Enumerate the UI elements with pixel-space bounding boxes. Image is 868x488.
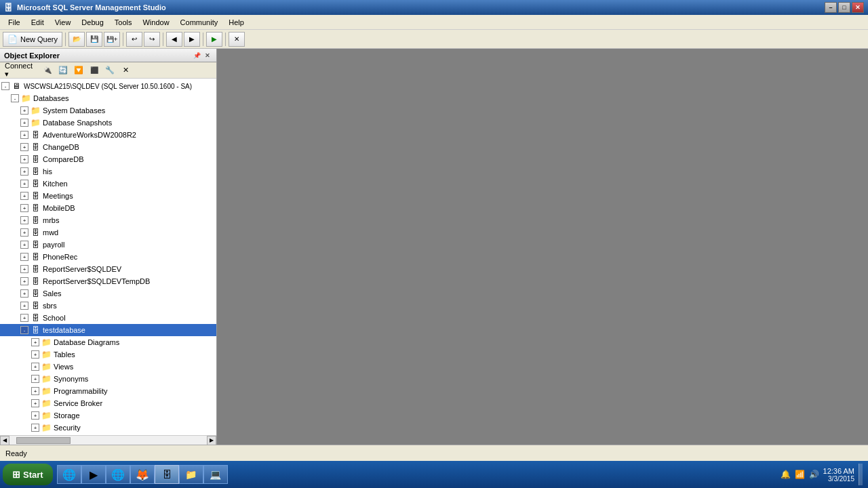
db-diagrams-node[interactable]: + 📁 Database Diagrams xyxy=(0,336,216,348)
oe-close-button[interactable]: ✕ xyxy=(203,51,212,60)
mwd-node[interactable]: + 🗄 mwd xyxy=(0,226,216,239)
menu-tools[interactable]: Tools xyxy=(109,17,138,28)
reportserver-tempdb-expand[interactable]: + xyxy=(20,277,28,285)
mobiledb-expand[interactable]: + xyxy=(20,204,28,212)
toolbar-save-btn[interactable]: 💾 xyxy=(86,32,102,47)
menu-community[interactable]: Community xyxy=(175,17,224,28)
taskbar-misc-btn[interactable]: 💻 xyxy=(203,465,228,484)
menu-file[interactable]: File xyxy=(3,17,26,28)
payroll-node[interactable]: + 🗄 payroll xyxy=(0,239,216,251)
toolbar-save-all-btn[interactable]: 💾+ xyxy=(104,32,120,47)
mrbs-node[interactable]: + 🗄 mrbs xyxy=(0,214,216,226)
programmability-node[interactable]: + 📁 Programmability xyxy=(0,385,216,397)
oe-refresh-button[interactable]: 🔄 xyxy=(56,64,71,77)
hscroll-thumb[interactable] xyxy=(16,437,71,444)
storage-expand[interactable]: + xyxy=(31,411,39,420)
close-button[interactable]: ✕ xyxy=(852,2,864,13)
testdatabase-node[interactable]: - 🗄 testdatabase xyxy=(0,324,216,336)
db-diagrams-expand[interactable]: + xyxy=(31,338,39,346)
db-security-node[interactable]: + 📁 Security xyxy=(0,422,216,434)
sbrs-expand[interactable]: + xyxy=(20,302,28,310)
hscroll-left[interactable]: ◀ xyxy=(0,436,9,445)
testdatabase-expand[interactable]: - xyxy=(20,326,28,334)
oe-pin-button[interactable]: 📌 xyxy=(192,51,201,60)
his-node[interactable]: + 🗄 his xyxy=(0,165,216,178)
toolbar-redo-btn[interactable]: ↪ xyxy=(144,32,160,47)
tables-expand[interactable]: + xyxy=(31,350,39,359)
synonyms-node[interactable]: + 📁 Synonyms xyxy=(0,373,216,385)
hscroll-right[interactable]: ▶ xyxy=(207,436,216,445)
db-security-expand[interactable]: + xyxy=(31,424,39,432)
oe-delete-button[interactable]: ✕ xyxy=(118,64,133,77)
meetings-expand[interactable]: + xyxy=(20,192,28,200)
start-button[interactable]: ⊞ Start xyxy=(3,464,53,485)
taskbar-ssms-btn[interactable]: 🗄 xyxy=(155,465,179,484)
toolbar-open-btn[interactable]: 📂 xyxy=(68,32,85,47)
changedb-node[interactable]: + 🗄 ChangeDB xyxy=(0,141,216,153)
db-snapshots-node[interactable]: + 📁 Database Snapshots xyxy=(0,117,216,129)
maximize-button[interactable]: □ xyxy=(838,2,850,13)
storage-node[interactable]: + 📁 Storage xyxy=(0,409,216,422)
oe-properties-button[interactable]: 🔧 xyxy=(102,64,117,77)
kitchen-node[interactable]: + 🗄 Kitchen xyxy=(0,178,216,190)
sales-node[interactable]: + 🗄 Sales xyxy=(0,287,216,300)
adventureworks-node[interactable]: + 🗄 AdventureWorksDW2008R2 xyxy=(0,129,216,141)
views-node[interactable]: + 📁 Views xyxy=(0,361,216,373)
mwd-expand[interactable]: + xyxy=(20,228,28,237)
menu-debug[interactable]: Debug xyxy=(76,17,108,28)
taskbar-ie2-btn[interactable]: 🌐 xyxy=(106,465,130,484)
menu-help[interactable]: Help xyxy=(223,17,250,28)
changedb-expand[interactable]: + xyxy=(20,143,28,151)
taskbar-firefox-btn[interactable]: 🦊 xyxy=(130,465,155,484)
mobiledb-node[interactable]: + 🗄 MobileDB xyxy=(0,202,216,214)
tables-node[interactable]: + 📁 Tables xyxy=(0,348,216,361)
menu-window[interactable]: Window xyxy=(137,17,174,28)
school-expand[interactable]: + xyxy=(20,314,28,322)
phonerec-node[interactable]: + 🗄 PhoneRec xyxy=(0,251,216,263)
toolbar-start-debug-btn[interactable]: ▶ xyxy=(206,32,222,47)
service-broker-node[interactable]: + 📁 Service Broker xyxy=(0,397,216,409)
service-broker-expand[interactable]: + xyxy=(31,399,39,407)
taskbar-media-btn[interactable]: ▶ xyxy=(81,465,106,484)
oe-connect-button[interactable]: Connect ▾ xyxy=(1,64,39,77)
object-explorer-tree[interactable]: - 🖥 WSCWSLA215\SQLDEV (SQL Server 10.50.… xyxy=(0,79,216,435)
sales-expand[interactable]: + xyxy=(20,289,28,298)
oe-disconnect-button[interactable]: 🔌 xyxy=(40,64,55,77)
taskbar-ie-btn[interactable]: 🌐 xyxy=(57,465,81,484)
kitchen-expand[interactable]: + xyxy=(20,180,28,188)
toolbar-back-btn[interactable]: ◀ xyxy=(166,32,182,47)
oe-horizontal-scrollbar[interactable]: ◀ ▶ xyxy=(0,435,216,445)
school-node[interactable]: + 🗄 School xyxy=(0,312,216,324)
databases-node[interactable]: - 📁 Databases xyxy=(0,92,216,104)
toolbar-forward-btn[interactable]: ▶ xyxy=(184,32,200,47)
new-query-button[interactable]: 📄 New Query xyxy=(3,32,62,47)
databases-expand[interactable]: - xyxy=(11,94,19,102)
adventureworks-expand[interactable]: + xyxy=(20,131,28,139)
show-desktop-btn[interactable] xyxy=(859,464,863,485)
reportserver-tempdb-node[interactable]: + 🗄 ReportServer$SQLDEVTempDB xyxy=(0,275,216,287)
system-databases-node[interactable]: + 📁 System Databases xyxy=(0,104,216,117)
oe-filter-button[interactable]: 🔽 xyxy=(71,64,86,77)
reportserver-node[interactable]: + 🗄 ReportServer$SQLDEV xyxy=(0,263,216,275)
meetings-node[interactable]: + 🗄 Meetings xyxy=(0,190,216,202)
minimize-button[interactable]: – xyxy=(825,2,837,13)
payroll-expand[interactable]: + xyxy=(20,241,28,249)
oe-stop-button[interactable]: ⬛ xyxy=(87,64,102,77)
toolbar-misc-btn[interactable]: ✕ xyxy=(229,32,245,47)
sbrs-node[interactable]: + 🗄 sbrs xyxy=(0,300,216,312)
server-node[interactable]: - 🖥 WSCWSLA215\SQLDEV (SQL Server 10.50.… xyxy=(0,80,216,92)
synonyms-expand[interactable]: + xyxy=(31,375,39,383)
server-expand[interactable]: - xyxy=(1,82,9,90)
reportserver-expand[interactable]: + xyxy=(20,265,28,273)
taskbar-explorer-btn[interactable]: 📁 xyxy=(179,465,203,484)
his-expand[interactable]: + xyxy=(20,167,28,176)
toolbar-undo-btn[interactable]: ↩ xyxy=(126,32,142,47)
comparedb-expand[interactable]: + xyxy=(20,155,28,163)
hscroll-track[interactable] xyxy=(9,437,207,444)
system-databases-expand[interactable]: + xyxy=(20,106,28,115)
menu-view[interactable]: View xyxy=(50,17,77,28)
db-snapshots-expand[interactable]: + xyxy=(20,119,28,127)
mrbs-expand[interactable]: + xyxy=(20,216,28,224)
phonerec-expand[interactable]: + xyxy=(20,253,28,261)
menu-edit[interactable]: Edit xyxy=(26,17,50,28)
